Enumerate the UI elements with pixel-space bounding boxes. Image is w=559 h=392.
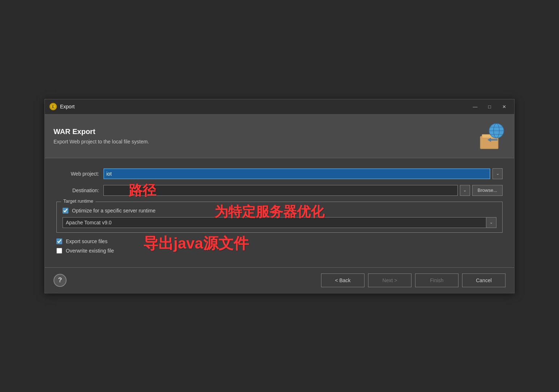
destination-row: Destination: ⌄ Browse... 路径 bbox=[56, 185, 503, 196]
dialog-header: WAR Export Export Web project to the loc… bbox=[45, 115, 514, 158]
overwrite-label[interactable]: Overwrite existing file bbox=[66, 248, 114, 254]
title-bar-controls: — □ ✕ bbox=[469, 102, 510, 111]
minimize-button[interactable]: — bbox=[469, 102, 481, 111]
maximize-button[interactable]: □ bbox=[484, 102, 495, 111]
web-project-input[interactable] bbox=[103, 168, 490, 179]
header-subtitle: Export Web project to the local file sys… bbox=[54, 139, 477, 145]
help-button[interactable]: ? bbox=[54, 274, 67, 287]
standalone-checkboxes: Export source files 导出java源文件 Overwrite … bbox=[56, 238, 503, 254]
browse-button[interactable]: Browse... bbox=[472, 185, 503, 196]
export-source-label[interactable]: Export source files bbox=[66, 238, 107, 244]
war-export-icon bbox=[477, 122, 505, 151]
dialog-icon: E bbox=[49, 103, 57, 111]
destination-input[interactable] bbox=[103, 185, 458, 196]
footer-buttons: < Back Next > Finish Cancel bbox=[321, 273, 505, 287]
overwrite-row: Overwrite existing file bbox=[56, 248, 503, 254]
web-project-dropdown-button[interactable]: ⌄ bbox=[492, 168, 503, 179]
title-bar: E Export — □ ✕ bbox=[45, 99, 514, 115]
close-button[interactable]: ✕ bbox=[498, 102, 510, 111]
optimize-checkbox[interactable] bbox=[63, 208, 68, 214]
title-bar-text: Export bbox=[60, 104, 469, 109]
finish-button[interactable]: Finish bbox=[415, 273, 458, 287]
web-project-row: Web project: ⌄ bbox=[56, 168, 503, 179]
export-source-checkbox[interactable] bbox=[56, 238, 62, 244]
destination-label: Destination: bbox=[56, 188, 103, 193]
header-text: WAR Export Export Web project to the loc… bbox=[54, 128, 477, 145]
web-project-label: Web project: bbox=[56, 171, 103, 177]
server-select-row: ⌄ bbox=[63, 217, 496, 228]
dialog-content: Web project: ⌄ Destination: ⌄ Browse... … bbox=[45, 158, 514, 267]
target-runtime-legend: Target runtime bbox=[61, 198, 95, 204]
header-title: WAR Export bbox=[54, 128, 477, 136]
optimize-checkbox-row: Optimize for a specific server runtime 为… bbox=[63, 208, 496, 214]
server-dropdown-button[interactable]: ⌄ bbox=[486, 217, 496, 228]
export-source-row: Export source files 导出java源文件 bbox=[56, 238, 503, 244]
target-runtime-group: Target runtime Optimize for a specific s… bbox=[56, 202, 503, 233]
destination-input-group: ⌄ Browse... bbox=[103, 185, 503, 196]
overwrite-checkbox[interactable] bbox=[56, 248, 62, 254]
next-button[interactable]: Next > bbox=[368, 273, 411, 287]
cancel-button[interactable]: Cancel bbox=[462, 273, 505, 287]
svg-text:E: E bbox=[52, 105, 55, 109]
web-project-input-group: ⌄ bbox=[103, 168, 503, 179]
optimize-label[interactable]: Optimize for a specific server runtime bbox=[72, 208, 155, 214]
destination-dropdown-button[interactable]: ⌄ bbox=[460, 185, 470, 196]
dialog-footer: ? < Back Next > Finish Cancel bbox=[45, 267, 514, 293]
export-dialog: E Export — □ ✕ WAR Export Export Web pro… bbox=[44, 99, 515, 293]
server-select-input[interactable] bbox=[63, 217, 486, 228]
back-button[interactable]: < Back bbox=[321, 273, 364, 287]
